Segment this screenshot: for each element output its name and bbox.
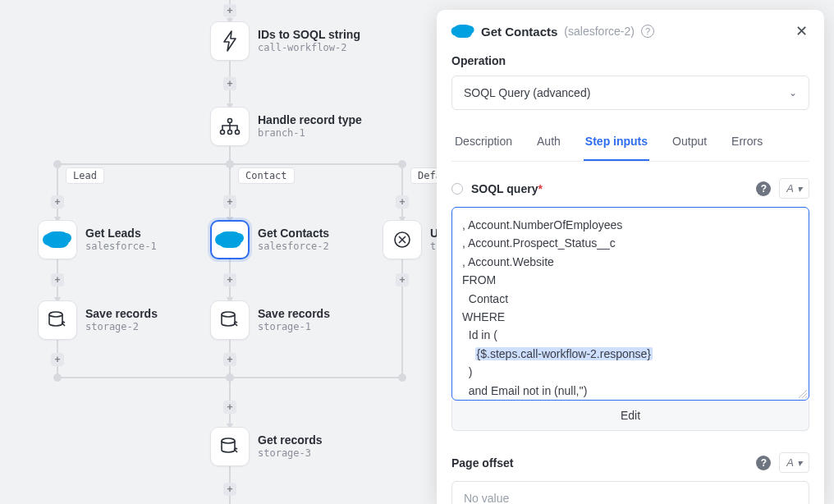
page-offset-label: Page offset [451, 456, 513, 470]
node-save-records-center[interactable]: Save records storage-1 [210, 300, 330, 340]
node-title: Get records [258, 433, 323, 447]
lightning-icon [221, 30, 239, 52]
add-step-icon[interactable]: + [223, 353, 236, 366]
step-config-panel: Get Contacts (salesforce-2) ? ✕ Operatio… [437, 10, 824, 504]
close-button[interactable]: ✕ [793, 23, 809, 39]
branch-junction [53, 160, 62, 168]
branch-label-contact[interactable]: Contact [238, 167, 295, 184]
add-step-icon[interactable]: + [223, 401, 236, 414]
node-title: Get Contacts [258, 226, 329, 241]
resize-handle-icon[interactable] [799, 390, 807, 398]
tab-errors[interactable]: Errors [730, 125, 764, 161]
field-radio[interactable] [451, 183, 463, 195]
svg-point-27 [236, 131, 240, 135]
operation-label: Operation [451, 54, 809, 67]
add-step-icon[interactable]: + [396, 195, 409, 208]
type-selector-button[interactable]: A ▾ [779, 178, 809, 199]
node-subtitle: call-workflow-2 [258, 42, 360, 55]
edit-button[interactable]: Edit [451, 401, 809, 431]
panel-header: Get Contacts (salesforce-2) ? ✕ [437, 10, 824, 51]
node-subtitle: salesforce-1 [85, 241, 157, 254]
salesforce-icon [454, 25, 472, 38]
node-icon-box [210, 300, 250, 340]
add-step-icon[interactable]: + [51, 195, 64, 208]
node-icon-box [383, 220, 422, 259]
operation-value: SOQL Query (advanced) [464, 86, 590, 99]
branch-label-lead[interactable]: Lead [66, 167, 104, 184]
svg-point-26 [228, 131, 232, 135]
tab-step-inputs[interactable]: Step inputs [584, 125, 649, 161]
help-icon[interactable]: ? [756, 456, 771, 470]
branch-junction [398, 160, 406, 168]
salesforce-icon [46, 231, 69, 248]
storage-icon [219, 437, 241, 456]
panel-title: Get Contacts [481, 25, 557, 39]
storage-icon [219, 310, 241, 330]
node-title: Get Leads [85, 226, 157, 241]
node-icon-box [210, 220, 250, 259]
node-subtitle: branch-1 [258, 127, 362, 140]
page-offset-input[interactable]: No value [451, 481, 809, 504]
branch-junction [53, 373, 62, 382]
add-step-icon[interactable]: + [51, 353, 64, 366]
node-get-contacts[interactable]: Get Contacts salesforce-2 [210, 220, 329, 259]
node-icon-box [210, 21, 250, 61]
svg-point-24 [228, 119, 232, 123]
node-get-leads[interactable]: Get Leads salesforce-1 [38, 220, 157, 259]
node-subtitle: storage-3 [258, 447, 323, 460]
svg-point-25 [221, 131, 225, 135]
node-terminate[interactable]: U t [383, 220, 438, 259]
svg-point-31 [222, 438, 235, 443]
x-circle-icon [392, 230, 412, 250]
add-step-icon[interactable]: + [223, 273, 236, 286]
branch-junction [226, 160, 234, 168]
node-subtitle: storage-1 [258, 321, 330, 334]
branch-junction [226, 373, 234, 382]
tab-description[interactable]: Description [453, 125, 514, 161]
node-title: Handle record type [258, 112, 362, 127]
help-icon[interactable]: ? [641, 25, 654, 38]
node-title: Save records [258, 306, 330, 321]
add-step-icon[interactable]: + [223, 483, 236, 496]
salesforce-icon [218, 231, 241, 248]
help-icon[interactable]: ? [756, 181, 771, 196]
add-step-icon[interactable]: + [223, 195, 236, 208]
node-handle-record-type[interactable]: Handle record type branch-1 [210, 107, 362, 146]
svg-point-29 [49, 312, 62, 317]
node-ids-to-soql[interactable]: IDs to SOQL string call-workflow-2 [210, 21, 360, 61]
node-icon-box [38, 300, 77, 340]
node-subtitle: salesforce-2 [258, 241, 329, 254]
panel-step-id: (salesforce-2) [564, 25, 635, 38]
add-step-icon[interactable]: + [51, 273, 64, 286]
soql-query-label: SOQL query* [471, 182, 543, 195]
node-icon-box [210, 427, 250, 466]
node-subtitle: storage-2 [85, 321, 158, 334]
add-step-icon[interactable]: + [223, 4, 236, 17]
add-step-icon[interactable]: + [223, 77, 236, 90]
svg-point-30 [222, 312, 235, 317]
chevron-down-icon: ⌄ [789, 87, 797, 99]
soql-query-textarea[interactable]: , Account.NumberOfEmployees, Account.Pro… [451, 207, 809, 401]
branch-icon [219, 117, 241, 135]
type-selector-button[interactable]: A ▾ [779, 452, 809, 473]
branch-junction [398, 373, 406, 382]
tab-auth[interactable]: Auth [535, 125, 562, 161]
node-get-records[interactable]: Get records storage-3 [210, 427, 323, 466]
node-save-records-left[interactable]: Save records storage-2 [38, 300, 158, 340]
tab-output[interactable]: Output [671, 125, 708, 161]
node-icon-box [210, 107, 250, 146]
node-title: IDs to SOQL string [258, 27, 360, 42]
storage-icon [47, 310, 68, 330]
panel-tabs: Description Auth Step inputs Output Erro… [451, 125, 809, 162]
node-icon-box [38, 220, 77, 259]
add-step-icon[interactable]: + [396, 273, 409, 286]
operation-select[interactable]: SOQL Query (advanced) ⌄ [451, 76, 809, 110]
node-title: Save records [85, 306, 158, 321]
